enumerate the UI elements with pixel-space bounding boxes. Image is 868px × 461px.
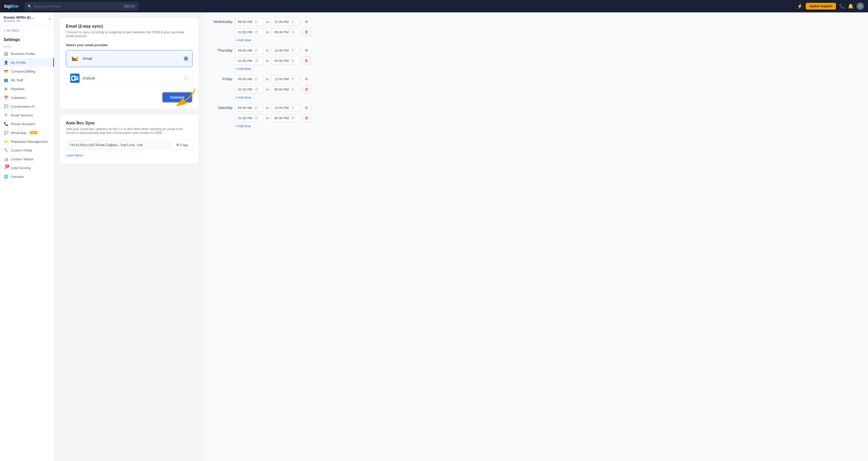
sidebar-item-reputation-management[interactable]: ⭐ Reputation Management [0,137,54,146]
saturday-end-2[interactable]: 05:00 PM 🕔 [272,114,300,122]
sidebar-item-business-profile[interactable]: 🏢 Business Profile [0,49,54,58]
custom-values-icon: 📊 [4,157,8,161]
friday-end-1[interactable]: 12:00 PM 🕛 [272,75,300,83]
outlook-radio[interactable] [184,76,188,80]
outlook-option[interactable]: Outlook [66,70,192,87]
wednesday-end-2[interactable]: 05:00 PM 🕔 [272,28,300,36]
reputation-icon: ⭐ [4,139,8,144]
workspace-selector[interactable]: Dunder Mifflin [D... Scranton, PA ▾ [0,12,54,26]
avatar[interactable]: U [857,3,864,10]
provider-label: Select your email provider [66,43,192,47]
business-profile-icon: 🏢 [4,52,8,56]
delete-slot-button[interactable]: 🗑 [303,57,311,65]
sidebar-section-apps: Apps [0,43,54,49]
clock-icon: 🕔 [291,59,295,62]
wednesday-start-1[interactable]: 09:00 AM 🕘 [235,18,264,26]
clock-icon: 🕛 [291,106,295,109]
clock-icon: 🕔 [291,116,295,120]
connect-button[interactable]: Connect [162,92,192,103]
bolt-icon[interactable]: ⚡ [797,3,803,9]
sidebar-title: Settings [0,35,54,43]
bcc-email-row: f4rkiVQsxJaZlkCmaJlw@api.topline.com ⧉ C… [66,140,192,150]
search-input[interactable] [34,4,121,8]
thursday-start-2[interactable]: 01:00 PM 🕐 [235,57,264,65]
top-navigation: topline 🔍 Ctrl + K ⚡ topline Support 📞 🔔… [0,0,868,12]
sidebar-item-conversation-ai[interactable]: 💬 Conversation AI [0,102,54,111]
friday-start-1[interactable]: 09:00 AM 🕘 [235,75,264,83]
clock-icon: 🕛 [291,20,295,24]
saturday-label: Saturday [209,106,232,110]
wednesday-end-1[interactable]: 12:00 PM 🕛 [272,18,300,26]
sidebar-item-my-staff[interactable]: 👥 My Staff [0,76,54,85]
sidebar-item-whatsapp[interactable]: 💬 WhatsApp beta [0,128,54,137]
email-services-icon: 📧 [4,113,8,118]
friday-label: Friday [209,77,232,81]
sidebar-item-pipelines[interactable]: ⊞ Pipelines [0,85,54,93]
bcc-card-title: Auto Bcc Sync [66,121,192,126]
lead-scoring-icon: 📈 6 [4,165,8,170]
saturday-row-1: Saturday 09:00 AM 🕘 to 12:00 PM 🕛 ⧉ [209,103,863,112]
workspace-name: Dunder Mifflin [D... [4,15,34,19]
sidebar-item-lead-scoring[interactable]: 📈 6 Lead Scoring [0,163,54,172]
wednesday-add-time[interactable]: + Add time [235,38,863,42]
sidebar-item-domains[interactable]: 🌐 Domains [0,172,54,181]
custom-fields-icon: 🔧 [4,148,8,153]
thursday-start-1[interactable]: 09:00 AM 🕘 [235,47,264,54]
bcc-email-field: f4rkiVQsxJaZlkCmaJlw@api.topline.com [66,140,170,150]
copy-slot-button[interactable]: ⧉ [303,103,311,112]
sidebar-item-label: Conversation AI [11,104,35,108]
wednesday-start-2[interactable]: 01:00 PM 🕐 [235,28,264,36]
saturday-start-2[interactable]: 01:00 PM 🕐 [235,114,264,122]
sidebar-item-custom-values[interactable]: 📊 Custom Values [0,155,54,163]
gmail-option[interactable]: M Gmail [66,50,192,67]
outlook-icon [70,73,80,83]
workspace-location: Scranton, PA [4,19,34,23]
sidebar-item-label: Phone Numbers [11,122,35,126]
billing-icon: 💳 [4,69,8,73]
topnav-right: ⚡ topline Support 📞 🔔 U [797,3,864,10]
whatsapp-icon: 💬 [4,130,8,135]
thursday-row-2: 01:00 PM 🕐 to 05:00 PM 🕔 🗑 [209,57,863,65]
saturday-start-1[interactable]: 09:00 AM 🕘 [235,104,264,111]
clock-icon: 🕐 [254,59,258,62]
copy-label: Copy [180,143,188,147]
friday-end-2[interactable]: 05:00 PM 🕔 [272,86,300,93]
svg-text:M: M [73,57,76,61]
phone-icon[interactable]: 📞 [839,3,845,9]
copy-button[interactable]: ⧉ Copy [172,140,192,150]
sidebar-item-custom-fields[interactable]: 🔧 Custom Fields [0,146,54,155]
thursday-end-1[interactable]: 12:00 PM 🕛 [272,47,300,54]
delete-slot-button[interactable]: 🗑 [303,85,311,93]
sidebar-item-phone-numbers[interactable]: 📞 Phone Numbers [0,120,54,128]
friday-add-time[interactable]: + Add time [235,96,863,99]
sidebar-item-my-profile[interactable]: 👤 My Profile [0,58,54,67]
saturday-end-1[interactable]: 12:00 PM 🕛 [272,104,300,111]
bell-icon[interactable]: 🔔 [848,3,854,9]
sidebar-item-label: Custom Fields [11,149,32,152]
sidebar-item-email-services[interactable]: 📧 Email Services [0,111,54,120]
wednesday-row-1: Wednesday 09:00 AM 🕘 to 12:00 PM 🕛 ⧉ [209,18,863,26]
saturday-add-time[interactable]: + Add time [235,124,863,128]
friday-start-2[interactable]: 01:00 PM 🕐 [235,86,264,93]
friday-row-2: 01:00 PM 🕐 to 05:00 PM 🕔 🗑 [209,85,863,93]
search-icon: 🔍 [28,4,32,8]
thursday-end-2[interactable]: 05:00 PM 🕔 [272,57,300,65]
copy-slot-button[interactable]: ⧉ [303,75,311,83]
email-sync-card: Email (2-way sync) Connect to sync incom… [59,18,199,109]
delete-slot-button[interactable]: 🗑 [303,114,311,122]
wednesday-label: Wednesday [209,20,232,24]
search-bar[interactable]: 🔍 Ctrl + K [25,2,138,10]
support-button[interactable]: topline Support [806,3,836,9]
learn-more-link[interactable]: Learn More [66,153,83,157]
copy-slot-button[interactable]: ⧉ [303,18,311,26]
gmail-radio[interactable] [184,57,188,61]
copy-slot-button[interactable]: ⧉ [303,46,311,55]
delete-slot-button[interactable]: 🗑 [303,28,311,36]
go-back-link[interactable]: < Go Back [0,26,54,35]
chevron-down-icon: ▾ [49,17,51,21]
thursday-add-time[interactable]: + Add time [235,67,863,71]
sidebar-item-label: Pipelines [11,87,25,91]
sidebar-item-calendars[interactable]: 📅 Calendars [0,93,54,102]
clock-icon: 🕔 [291,30,295,34]
sidebar-item-company-billing[interactable]: 💳 Company Billing [0,67,54,76]
